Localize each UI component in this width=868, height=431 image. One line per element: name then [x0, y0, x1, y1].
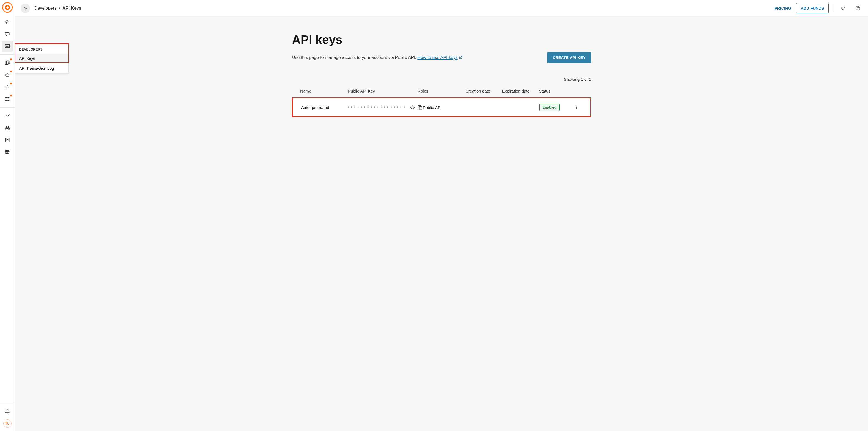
store-icon — [5, 149, 10, 155]
help-button[interactable] — [853, 4, 863, 13]
create-api-key-button[interactable]: CREATE API KEY — [547, 52, 591, 63]
svg-rect-4 — [5, 44, 10, 48]
svg-point-21 — [412, 107, 413, 108]
api-keys-table: Name Public API Key Roles Creation date … — [292, 85, 591, 117]
sidebar-nav-item-analytics[interactable] — [2, 110, 13, 121]
robot2-icon — [5, 84, 10, 90]
divider — [834, 4, 834, 12]
app-logo[interactable] — [2, 2, 12, 12]
col-key: Public API Key — [348, 89, 418, 93]
announcements-button[interactable] — [839, 4, 848, 13]
svg-rect-11 — [6, 86, 9, 88]
submenu-header: DEVELOPERS — [16, 44, 68, 54]
breadcrumb-parent[interactable]: Developers — [34, 6, 57, 10]
table-header-row: Name Public API Key Roles Creation date … — [292, 85, 591, 97]
user-avatar[interactable]: TU — [3, 420, 11, 428]
svg-point-10 — [8, 75, 8, 75]
sidebar-nav-item-contacts[interactable] — [2, 122, 13, 133]
svg-point-2 — [9, 33, 9, 34]
megaphone-icon — [841, 5, 846, 11]
svg-point-20 — [858, 9, 858, 9]
topbar: Developers / API Keys PRICING ADD FUNDS — [15, 0, 868, 17]
table-row[interactable]: Auto generated •••••••••••••••••• — [292, 97, 591, 117]
sidebar-nav-item-1[interactable] — [2, 17, 13, 27]
templates-icon — [5, 60, 10, 66]
add-funds-button[interactable]: ADD FUNDS — [796, 3, 829, 13]
sidebar-nav-item-5[interactable] — [2, 69, 13, 81]
copy-icon — [417, 104, 423, 110]
breadcrumb: Developers / API Keys — [34, 6, 82, 11]
sidebar-nav-item-store[interactable] — [2, 147, 13, 158]
masked-key: •••••••••••••••••• — [347, 105, 406, 110]
sidebar-nav-item-bookmarks[interactable] — [2, 134, 13, 146]
col-creation: Creation date — [465, 89, 502, 93]
page-subtitle: Use this page to manage access to your a… — [292, 55, 462, 60]
row-actions-menu[interactable] — [571, 105, 582, 110]
developers-submenu: DEVELOPERS API Keys API Transaction Log — [15, 44, 69, 73]
eye-icon — [410, 104, 415, 110]
col-status: Status — [539, 89, 572, 93]
chat-icon — [5, 31, 10, 37]
chart-icon — [5, 113, 10, 119]
sidebar-nav-item-7[interactable] — [2, 94, 13, 104]
svg-point-14 — [5, 100, 6, 101]
breadcrumb-current: API Keys — [62, 6, 81, 10]
breadcrumb-separator: / — [59, 6, 60, 10]
svg-point-1 — [9, 33, 9, 33]
svg-point-17 — [8, 127, 9, 128]
svg-point-15 — [8, 100, 9, 101]
sidebar-notifications[interactable] — [2, 406, 13, 417]
sidebar-nav-item-4[interactable] — [2, 57, 13, 68]
svg-point-12 — [5, 97, 6, 98]
showing-count: Showing 1 of 1 — [292, 77, 591, 82]
copy-key-button[interactable] — [417, 104, 423, 110]
svg-point-26 — [576, 109, 577, 109]
external-link-icon — [459, 56, 462, 59]
svg-rect-0 — [5, 32, 9, 35]
svg-rect-18 — [5, 138, 9, 142]
flow-icon — [5, 96, 10, 102]
svg-point-13 — [8, 97, 9, 98]
bot-icon — [5, 72, 10, 78]
svg-point-25 — [576, 107, 577, 107]
page-title: API keys — [292, 33, 591, 47]
people-icon — [5, 125, 10, 131]
svg-point-24 — [576, 106, 577, 106]
kebab-icon — [575, 105, 579, 110]
bookmark-icon — [5, 137, 10, 143]
col-name: Name — [300, 89, 348, 93]
sidebar-nav-item-6[interactable] — [2, 82, 13, 93]
svg-point-16 — [6, 126, 7, 128]
cell-key: •••••••••••••••••• — [347, 104, 423, 110]
bell-icon — [5, 408, 10, 414]
status-badge: Enabled — [539, 104, 559, 111]
col-expiration: Expiration date — [502, 89, 539, 93]
svg-point-9 — [7, 75, 7, 75]
svg-rect-22 — [419, 106, 422, 109]
cell-roles: Public API — [423, 105, 469, 110]
expand-sidebar-button[interactable] — [21, 4, 30, 13]
submenu-item-api-keys[interactable]: API Keys — [16, 54, 68, 63]
svg-rect-23 — [418, 105, 421, 108]
col-roles: Roles — [418, 89, 465, 93]
cell-name: Auto generated — [301, 105, 347, 110]
sidebar: TU DEVELOPERS API Keys API Transaction L… — [0, 0, 15, 431]
cell-status: Enabled — [539, 104, 571, 111]
chevron-double-right-icon — [23, 6, 27, 10]
sidebar-nav-item-developers[interactable] — [2, 41, 13, 52]
help-icon — [855, 5, 861, 11]
svg-point-3 — [9, 34, 9, 34]
submenu-item-api-transaction-log[interactable]: API Transaction Log — [16, 63, 68, 73]
subtitle-text: Use this page to manage access to your a… — [292, 55, 417, 60]
how-to-use-link[interactable]: How to use API keys — [417, 55, 458, 60]
campaigns-icon — [5, 19, 10, 25]
terminal-icon — [5, 43, 10, 49]
reveal-key-button[interactable] — [410, 104, 415, 110]
pricing-link[interactable]: PRICING — [774, 6, 791, 10]
sidebar-nav-item-2[interactable] — [2, 29, 13, 39]
